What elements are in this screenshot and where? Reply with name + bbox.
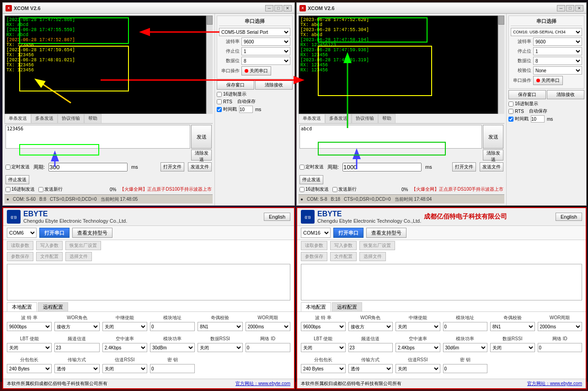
left-newline-checkbox[interactable] (38, 187, 43, 192)
left-baud-config-select[interactable]: 9600bps (7, 322, 52, 331)
right-restore-btn[interactable]: 恢复出厂设置 (359, 241, 395, 250)
right-serial-scrollthumb[interactable] (498, 16, 504, 25)
left-ad-link[interactable]: 【火爆全网】正点原子DS100手持示波器上市 (120, 186, 212, 193)
left-save-params-btn[interactable]: 参数保存 (7, 252, 33, 261)
left-hex-display-checkbox[interactable] (217, 92, 222, 97)
right-open-file-btn[interactable]: 打开文件 (452, 162, 476, 171)
right-hex-send-option[interactable]: 16进制发送 (299, 186, 329, 193)
left-clear-send-button[interactable]: 清除发送 (191, 150, 212, 161)
right-ebyte-com-select[interactable]: COM16 (301, 228, 331, 238)
left-serial-scrollthumb[interactable] (207, 16, 213, 25)
right-tab-local-config[interactable]: 本地配置 (301, 302, 331, 311)
left-key-input[interactable] (150, 364, 195, 373)
left-lbt-select[interactable]: 关闭 (7, 343, 52, 352)
left-xcom-maximize[interactable]: □ (274, 5, 283, 11)
left-module-addr-input[interactable] (150, 322, 195, 331)
right-xcom-maximize[interactable]: □ (566, 5, 574, 11)
right-ebyte-open-port[interactable]: 打开串口 (333, 228, 363, 238)
right-file-config-btn[interactable]: 文件配置 (330, 252, 357, 261)
right-tab-multi-send[interactable]: 多条发送 (325, 114, 352, 123)
left-ebyte-open-port[interactable]: 打开串口 (39, 228, 69, 238)
right-send-file-btn[interactable]: 发送文件 (480, 162, 503, 171)
right-timed-send-checkbox[interactable] (299, 165, 305, 170)
right-serial-scrollbar[interactable] (498, 16, 504, 114)
left-period-input[interactable] (48, 163, 128, 171)
left-relay-select[interactable]: 关闭 (102, 322, 147, 331)
right-newline-checkbox[interactable] (332, 187, 337, 192)
left-open-file-btn[interactable]: 打开文件 (160, 162, 184, 171)
left-tab-local-config[interactable]: 本地配置 (7, 302, 37, 311)
right-channel-input[interactable] (348, 343, 393, 352)
right-footer-link[interactable]: 官方网站：www.ebyte.com (527, 380, 582, 387)
left-network-id-input[interactable] (246, 343, 290, 352)
right-baud-select[interactable]: 9600 (533, 37, 582, 46)
right-save-window-btn[interactable]: 保存窗口 (508, 90, 546, 99)
right-transfer-select[interactable]: 透传 (348, 364, 393, 373)
left-xcom-close[interactable]: ✕ (283, 5, 292, 11)
right-xcom-close[interactable]: ✕ (575, 5, 583, 11)
left-wor-role-select[interactable]: 接收方 (54, 322, 99, 331)
right-channel-rssi-select[interactable]: 关闭 (396, 364, 440, 373)
left-timestamp-checkbox[interactable] (217, 107, 222, 112)
left-tab-single-send[interactable]: 单条发送 (5, 114, 31, 123)
right-newline-option[interactable]: 发送新行 (332, 186, 357, 193)
left-save-window-btn[interactable]: 保存窗口 (217, 80, 254, 90)
left-data-select[interactable]: 8 (241, 57, 290, 65)
right-save-params-btn[interactable]: 参数保存 (301, 252, 327, 261)
left-send-input[interactable]: 123456 (5, 125, 190, 149)
right-xcom-minimize[interactable]: ─ (557, 5, 565, 11)
right-hex-display-checkbox[interactable] (508, 102, 513, 107)
right-tab-single-send[interactable]: 单条发送 (299, 114, 325, 123)
left-footer-link[interactable]: 官方网站：www.ebyte.com (235, 380, 290, 387)
right-read-params-btn[interactable]: 读取参数 (301, 241, 327, 250)
left-stop-select[interactable]: 1 (241, 47, 290, 55)
left-port-select[interactable]: COM5-USB Serial Port (219, 28, 290, 36)
right-stop-send-btn[interactable]: 停止发送 (299, 175, 323, 184)
left-send-button[interactable]: 发送 (191, 125, 212, 149)
left-close-port-btn[interactable]: 关闭串口 (241, 66, 271, 75)
right-send-button[interactable]: 发送 (483, 125, 503, 149)
right-tab-help[interactable]: 帮助 (378, 114, 396, 123)
right-network-id-input[interactable] (538, 343, 583, 352)
right-wor-period-select[interactable]: 2000ms (538, 322, 583, 331)
left-baud-select[interactable]: 9600 (241, 37, 290, 46)
left-write-params-btn[interactable]: 写入参数 (36, 241, 63, 250)
left-timed-send-checkbox[interactable] (5, 165, 11, 170)
left-tab-protocol[interactable]: 协议传输 (58, 114, 84, 123)
right-wor-role-select[interactable]: 接收方 (348, 322, 393, 331)
left-packet-select[interactable]: 240 Bytes (7, 364, 52, 373)
right-ebyte-check-type[interactable]: 查看支持型号 (366, 228, 406, 238)
left-tab-multi-send[interactable]: 多条发送 (31, 114, 58, 123)
right-tab-remote-config[interactable]: 远程配置 (332, 302, 362, 311)
left-stop-send-btn[interactable]: 停止发送 (5, 175, 29, 184)
left-timestamp-input[interactable] (239, 106, 253, 113)
right-packet-select[interactable]: 240 Bytes (301, 364, 346, 373)
left-parity-config-select[interactable]: 8N1 (198, 322, 242, 331)
left-serial-scrollbar[interactable] (206, 16, 213, 114)
right-stop-select[interactable]: 1 (533, 47, 582, 55)
right-data-select[interactable]: 8 (533, 57, 582, 65)
left-restore-btn[interactable]: 恢复出厂设置 (65, 241, 101, 250)
right-clear-recv-btn[interactable]: 清除接收 (547, 90, 584, 99)
right-lbt-select[interactable]: 关闭 (301, 343, 346, 352)
right-module-addr-input[interactable] (443, 322, 488, 331)
left-hex-send-checkbox[interactable] (5, 187, 11, 192)
left-xcom-minimize[interactable]: ─ (265, 5, 273, 11)
left-air-rate-select[interactable]: 2.4Kbps (102, 343, 147, 352)
left-rssi-select[interactable]: 关闭 (198, 343, 242, 352)
left-transfer-select[interactable]: 透传 (54, 364, 99, 373)
left-clear-recv-btn[interactable]: 清除接收 (255, 80, 293, 90)
left-hex-send-option[interactable]: 16进制发送 (5, 186, 35, 193)
right-parity-config-select[interactable]: 8N1 (490, 322, 535, 331)
left-wor-period-select[interactable]: 2000ms (246, 322, 290, 331)
left-rts-checkbox[interactable] (217, 99, 222, 104)
left-select-file-btn[interactable]: 选择文件 (65, 252, 92, 261)
right-timed-send-option[interactable]: 定时发送 (299, 164, 324, 170)
left-lang-button[interactable]: English (264, 213, 290, 221)
right-select-file-btn[interactable]: 选择文件 (359, 252, 386, 261)
left-tab-help[interactable]: 帮助 (84, 114, 102, 123)
right-air-rate-select[interactable]: 2.4Kbps (396, 343, 440, 352)
left-ebyte-check-type[interactable]: 查看支持型号 (72, 228, 112, 238)
left-timed-send-option[interactable]: 定时发送 (5, 164, 30, 170)
right-timestamp-checkbox[interactable] (508, 117, 513, 122)
